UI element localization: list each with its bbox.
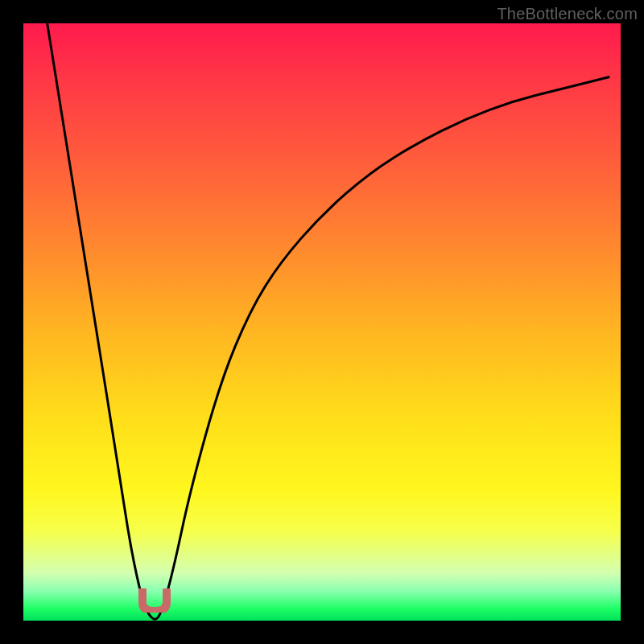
chart-background-gradient xyxy=(23,23,621,621)
chart-frame xyxy=(23,23,621,621)
watermark-text: TheBottleneck.com xyxy=(497,5,638,23)
